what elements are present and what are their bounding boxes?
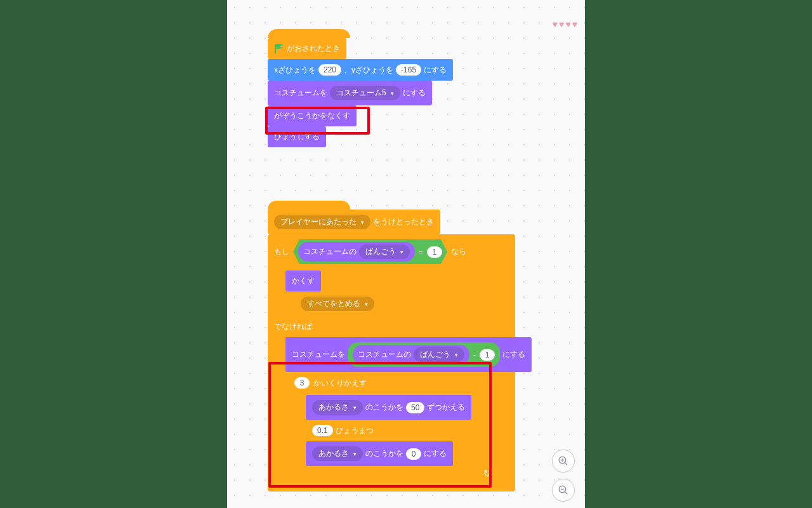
show-block[interactable]: ひょうじする [268, 126, 326, 147]
wait-seconds-input[interactable]: 0.1 [312, 425, 333, 436]
else-label: でなければ [268, 318, 515, 336]
equals-operator[interactable]: コスチュームの ばんごう = 1 [293, 239, 447, 264]
hat-label: がおされたとき [287, 43, 340, 54]
equals-value-input[interactable]: 1 [427, 246, 442, 258]
zoom-in-button[interactable] [552, 450, 575, 472]
costume-attr-dropdown[interactable]: ばんごう [359, 244, 410, 259]
wait-block[interactable]: 0.1 びょうまつ [306, 420, 380, 441]
costume-dropdown[interactable]: コスチューム5 [330, 86, 400, 100]
hat-cap [268, 29, 350, 38]
message-dropdown[interactable]: プレイヤーにあたった [274, 215, 370, 229]
zoom-out-icon [558, 485, 569, 496]
hide-block[interactable]: かくす [285, 271, 321, 291]
zoom-out-button[interactable] [552, 479, 575, 502]
costume-number-reporter[interactable]: コスチュームの ばんごう [298, 242, 415, 262]
y-input[interactable]: -165 [396, 64, 421, 76]
effect-value-input-1[interactable]: 50 [406, 402, 424, 413]
effect-dropdown-2[interactable]: あかるさ [312, 446, 363, 461]
svg-line-1 [565, 462, 567, 465]
subtract-operator[interactable]: コスチュームの ばんごう - 1 [348, 342, 500, 367]
scripts-canvas[interactable]: ♥ ♥ ♥ ♥ がおされたとき xざひょうを 220 、yざひょうを -165 … [227, 0, 585, 508]
if-else-block[interactable]: もし コスチュームの ばんごう = 1 なら かくす すべてをとめる [268, 234, 515, 491]
loop-arrow-icon: ↻ [483, 468, 491, 478]
script-stack-1[interactable]: がおされたとき xざひょうを 220 、yざひょうを -165 にする コスチュ… [268, 29, 453, 147]
change-effect-block[interactable]: あかるさ のこうかを 50 ずつかえる [306, 395, 471, 420]
hearts-display: ♥ ♥ ♥ ♥ [553, 19, 577, 29]
heart-icon: ♥ [572, 19, 577, 29]
costume-attr-dropdown-2[interactable]: ばんごう [414, 347, 464, 362]
script-stack-2[interactable]: プレイヤーにあたった をうけとったとき もし コスチュームの ばんごう = 1 … [268, 201, 515, 491]
effect-dropdown-1[interactable]: あかるさ [312, 400, 363, 415]
when-receive-block[interactable]: プレイヤーにあたった をうけとったとき [268, 210, 440, 234]
switch-costume-to-block[interactable]: コスチュームを コスチュームの ばんごう - 1 にする [285, 337, 532, 372]
hat-cap [268, 201, 350, 210]
repeat-block[interactable]: 3 かいくりかえす あかるさ のこうかを 50 ずつかえる 0.1 びょうまつ [288, 372, 497, 479]
subtract-value-input[interactable]: 1 [480, 349, 495, 361]
switch-costume-block[interactable]: コスチュームを コスチューム5 にする [268, 81, 432, 105]
costume-number-reporter-2[interactable]: コスチュームの ばんごう [353, 345, 469, 364]
x-input[interactable]: 220 [318, 64, 341, 76]
set-effect-block[interactable]: あかるさ のこうかを 0 にする [306, 441, 453, 466]
when-flag-clicked-block[interactable]: がおされたとき [268, 38, 346, 59]
svg-line-5 [565, 491, 567, 494]
repeat-count-input[interactable]: 3 [294, 377, 310, 389]
zoom-in-icon [558, 455, 569, 467]
stop-dropdown[interactable]: すべてをとめる [301, 297, 374, 311]
heart-icon: ♥ [553, 19, 558, 29]
zoom-controls [552, 450, 575, 502]
clear-graphic-effects-block[interactable]: がぞうこうかをなくす [268, 105, 357, 126]
heart-icon: ♥ [559, 19, 564, 29]
goto-xy-block[interactable]: xざひょうを 220 、yざひょうを -165 にする [268, 59, 453, 81]
effect-value-input-2[interactable]: 0 [406, 448, 421, 460]
stop-block[interactable]: すべてをとめる [294, 291, 381, 316]
heart-icon: ♥ [565, 19, 570, 29]
green-flag-icon [274, 44, 284, 54]
